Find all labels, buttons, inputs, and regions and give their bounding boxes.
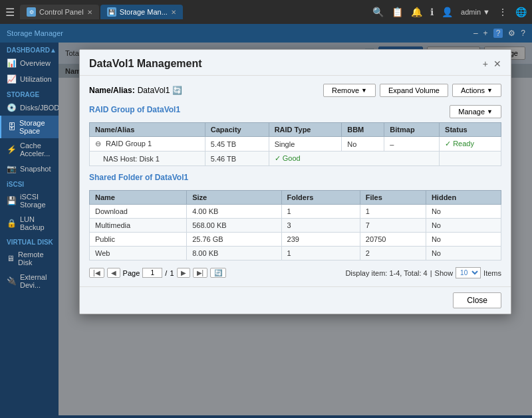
sidebar-item-utilization[interactable]: 📈 Utilization — [0, 71, 59, 87]
raid-name: ⊖ RAID Group 1 — [90, 137, 205, 152]
sidebar-item-cache[interactable]: ⚡ Cache Acceler... — [0, 138, 59, 161]
more-icon[interactable]: ⋮ — [498, 7, 507, 17]
sidebar: DASHBOARD ▲ 📊 Overview 📈 Utilization STO… — [0, 43, 59, 415]
status-check-icon: ✓ — [445, 140, 451, 148]
sidebar-item-storage-space[interactable]: 🗄 Storage Space — [0, 116, 59, 138]
sf-row-hidden: No — [426, 233, 501, 247]
sidebar-item-lun-backup[interactable]: 🔒 LUN Backup — [0, 212, 59, 235]
show-select[interactable]: 10 25 50 — [456, 267, 481, 278]
sidebar-item-external[interactable]: 🔌 External Devi... — [0, 270, 59, 292]
expand-icon[interactable]: ⊖ — [95, 140, 101, 148]
raid-manage-button[interactable]: Manage ▼ — [450, 105, 501, 118]
table-row[interactable]: Multimedia 568.00 KB 3 7 No — [90, 219, 501, 233]
sf-row-size: 4.00 KB — [187, 205, 281, 219]
sidebar-item-disks[interactable]: 💿 Disks/JBOD — [0, 100, 59, 116]
sidebar-section-storage: STORAGE — [0, 87, 59, 100]
good-check-icon: ✓ — [275, 154, 281, 162]
actions-button[interactable]: Actions ▼ — [452, 84, 501, 97]
sf-row-files: 1 — [360, 205, 426, 219]
modal-close-icon[interactable]: ✕ — [493, 58, 501, 69]
sidebar-section-dashboard: DASHBOARD ▲ — [0, 43, 59, 55]
sf-row-folders: 239 — [281, 233, 360, 247]
clipboard-icon[interactable]: 📋 — [392, 7, 403, 17]
pagination-info: Display item: 1-4, Total: 4 | Show 10 25… — [345, 267, 501, 278]
tab-control-panel[interactable]: ⚙ Control Panel ✕ — [20, 5, 99, 19]
sf-row-folders: 1 — [281, 247, 360, 261]
admin-label[interactable]: admin ▼ — [461, 8, 490, 16]
refresh-page-btn[interactable]: 🔄 — [210, 268, 226, 278]
name-alias-label: Name/Alias: — [89, 86, 135, 95]
help-btn[interactable]: ? — [493, 29, 503, 38]
sidebar-item-iscsi-storage[interactable]: 💾 iSCSI Storage — [0, 189, 59, 212]
iscsi-icon: 💾 — [7, 196, 17, 205]
name-alias-refresh[interactable]: 🔄 — [172, 86, 182, 95]
shared-folder-header-row: Name Size Folders Files Hidden — [90, 191, 501, 205]
table-row[interactable]: Web 8.00 KB 1 2 No — [90, 247, 501, 261]
sf-row-name: Public — [90, 233, 187, 247]
lun-icon: 🔒 — [7, 219, 17, 228]
page-input[interactable] — [142, 268, 162, 278]
info-icon[interactable]: ℹ — [430, 7, 434, 17]
sf-row-hidden: No — [426, 205, 501, 219]
raid-table: Name/Alias Capacity RAID Type BBM Bitmap… — [89, 122, 501, 166]
top-icons: 🔍 📋 🔔 ℹ 👤 admin ▼ ⋮ 🌐 — [372, 7, 527, 17]
raid-col-name: Name/Alias — [90, 123, 205, 137]
total-pages: 1 — [170, 269, 174, 277]
modal-title-controls: + ✕ — [483, 58, 501, 69]
cache-icon: ⚡ — [7, 145, 17, 154]
storage-icon: 💾 — [107, 7, 116, 17]
content-area: Total - Storage Pool: 0, Volume: 1, LUN:… — [59, 43, 532, 415]
sidebar-item-snapshot[interactable]: 📷 Snapshot — [0, 161, 59, 177]
of-label: / — [165, 269, 167, 277]
remove-button[interactable]: Remove ▼ — [323, 84, 376, 97]
pagination: |◀ ◀ Page / 1 ▶ ▶| 🔄 Display item: 1-4, … — [89, 267, 501, 278]
table-row[interactable]: Public 25.76 GB 239 20750 No — [90, 233, 501, 247]
next-page-btn[interactable]: ▶ — [177, 268, 190, 278]
last-page-btn[interactable]: ▶| — [193, 268, 208, 278]
app-header-controls: – + ? ⚙ ? — [473, 29, 525, 38]
maximize-btn[interactable]: + — [483, 29, 488, 38]
close-button[interactable]: Close — [453, 292, 501, 308]
sf-row-folders: 3 — [281, 219, 360, 233]
first-page-btn[interactable]: |◀ — [89, 268, 104, 278]
raid-col-status: Status — [440, 123, 501, 137]
sf-row-size: 8.00 KB — [187, 247, 281, 261]
page-label: Page — [123, 269, 140, 277]
datavol1-modal: DataVol1 Management + ✕ Name/Alias: Data… — [79, 49, 511, 314]
name-alias-row: Name/Alias: DataVol1 🔄 Remove ▼ Expand V… — [89, 84, 501, 97]
settings-icon[interactable]: ⚙ — [508, 29, 515, 38]
overview-icon: 📊 — [7, 58, 17, 68]
table-row[interactable]: Download 4.00 KB 1 1 No — [90, 205, 501, 219]
raid-table-header-row: Name/Alias Capacity RAID Type BBM Bitmap… — [90, 123, 501, 137]
expand-volume-button[interactable]: Expand Volume — [380, 84, 448, 97]
modal-plus-icon[interactable]: + — [483, 58, 488, 69]
close-tab-storage[interactable]: ✕ — [171, 9, 176, 16]
prev-page-btn[interactable]: ◀ — [107, 268, 120, 278]
table-row[interactable]: NAS Host: Disk 1 5.46 TB ✓ Good — [90, 152, 501, 166]
close-app-icon[interactable]: ? — [521, 29, 525, 38]
shared-folder-title: Shared Folder of DataVol1 — [89, 173, 188, 182]
main-layout: DASHBOARD ▲ 📊 Overview 📈 Utilization STO… — [0, 43, 532, 415]
user-icon[interactable]: 👤 — [442, 7, 453, 17]
sidebar-section-virtual: VIRTUAL DISK — [0, 235, 59, 247]
sidebar-item-remote-disk[interactable]: 🖥 Remote Disk — [0, 247, 59, 270]
close-tab-control-panel[interactable]: ✕ — [87, 9, 92, 16]
sidebar-item-overview[interactable]: 📊 Overview — [0, 55, 59, 71]
sf-row-size: 568.00 KB — [187, 219, 281, 233]
sf-row-name: Multimedia — [90, 219, 187, 233]
sf-col-size: Size — [187, 191, 281, 205]
sf-row-files: 2 — [360, 247, 426, 261]
sf-row-hidden: No — [426, 247, 501, 261]
cloud-icon[interactable]: 🌐 — [515, 7, 527, 17]
table-row[interactable]: ⊖ RAID Group 1 5.45 TB Single No – ✓ Rea… — [90, 137, 501, 152]
sf-col-name: Name — [90, 191, 187, 205]
control-panel-icon: ⚙ — [27, 7, 36, 17]
tab-storage-manager[interactable]: 💾 Storage Man... ✕ — [100, 5, 183, 19]
search-icon[interactable]: 🔍 — [372, 7, 384, 17]
notification-icon[interactable]: 🔔 — [411, 7, 422, 17]
raid-section-title: RAID Group of DataVol1 — [89, 105, 180, 114]
minimize-btn[interactable]: – — [473, 29, 478, 38]
hamburger-icon[interactable]: ☰ — [5, 6, 15, 19]
utilization-icon: 📈 — [7, 74, 17, 84]
dashboard-toggle[interactable]: ▲ — [50, 47, 59, 54]
